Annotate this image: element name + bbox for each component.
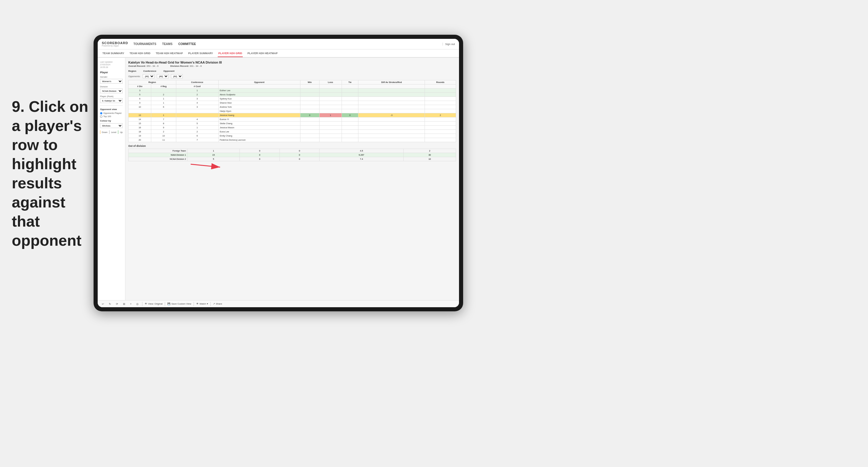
grid-area: Katelyn Vo Head-to-Head Grid for Women's… [125,58,459,300]
data-cell: 2 [176,93,218,97]
win-col-header: Win [300,80,319,85]
grid-button[interactable]: ⊞ [122,302,126,306]
view-original-button[interactable]: 👁 View: Original [145,303,162,305]
table-row[interactable]: 20117Federica Domecq Lacroze [129,138,456,142]
legend-down-label: Down [102,131,107,133]
radio-opponents-played[interactable]: Opponents Played [100,112,123,115]
toolbar-extra[interactable]: + [129,302,133,306]
legend-row: Down Level Up [100,130,123,134]
ood-row[interactable]: Foreign Team1004.52 [129,149,456,153]
save-custom-view-label: Save Custom View [171,303,191,305]
opponent-filter-select[interactable]: (All) [171,74,183,78]
save-icon: 💾 [167,303,170,305]
redo-button[interactable]: ↻ [108,302,113,306]
data-cell [176,109,218,113]
main-content: Last Updated: 27/03/2024 16:55:28 Player… [98,58,459,300]
radio-top100[interactable]: Top 100 [100,115,123,118]
ood-cell: 4.5 [319,149,404,153]
logo-bottom: Powered by clippd [102,45,128,47]
data-cell [342,93,358,97]
data-cell: 6 [129,97,151,101]
data-cell [300,105,319,109]
overall-record-label: Overall Record: [128,65,146,67]
refresh-button[interactable]: ⟳ [115,302,120,306]
clock-button[interactable]: ◎ [135,302,140,306]
opponent-cell: Haeju Hyun [218,109,300,113]
sign-out-button[interactable]: Sign out [442,43,455,45]
view-icon: 👁 [145,303,147,305]
colour-by-select[interactable]: Win/loss [100,123,123,128]
data-cell [300,93,319,97]
data-cell [359,126,425,130]
nav-tournaments[interactable]: TOURNAMENTS [133,41,157,47]
ood-cell: 10 [403,157,456,161]
data-cell [300,122,319,126]
nav-committee[interactable]: COMMITTEE [178,41,196,47]
table-row[interactable]: 613Sydney Kuo [129,97,456,101]
opponent-view-title: Opponent view [100,108,123,111]
division-record-label: Division Record: [170,65,189,67]
tab-team-h2h-grid[interactable]: TEAM H2H GRID [129,50,151,57]
division-record-value: 331 - 34 - 6 [190,65,202,67]
opponent-cell: Euna Lee [218,130,300,134]
h2h-table: Region Conference Opponent Win Loss Tie … [128,80,456,142]
player-rank-select[interactable]: 8. Katelyn Vo [100,98,123,103]
ood-cell: 0 [240,149,280,153]
div-subheader: # Div [129,85,151,89]
table-row[interactable]: 1474Eunice Yi [129,117,456,122]
data-cell [342,97,358,101]
data-cell: 20 [129,138,151,142]
table-row[interactable]: 522Alexis Sudjianto [129,93,456,97]
data-cell [425,117,456,122]
data-cell [300,138,319,142]
nav-teams[interactable]: TEAMS [161,41,173,47]
table-row[interactable]: 1585Stella Chang [129,122,456,126]
ood-cell: 0 [280,149,319,153]
data-cell [342,105,358,109]
division-select[interactable]: NCAA Division III [100,89,123,93]
overall-record-value: 353 - 34 - 6 [147,65,159,67]
share-label: Share [216,303,222,305]
conference-filter-select[interactable]: (All) [157,74,168,78]
tab-player-h2h-grid[interactable]: PLAYER H2H GRID [218,50,243,57]
table-row[interactable]: Haeju Hyun [129,109,456,113]
opponent-cell: Jessica Mason [218,126,300,130]
save-custom-view-button[interactable]: 💾 Save Custom View [167,303,191,305]
gender-label: Gender [100,75,123,78]
undo-button[interactable]: ↩ [101,302,105,306]
rounds-col-header: Rounds [425,80,456,85]
table-row[interactable]: 1691Jessica Mason [129,126,456,130]
legend-level-label: Level [111,131,116,133]
table-row[interactable]: 1063Andrea York [129,105,456,109]
table-row[interactable]: 1822Euna Lee [129,130,456,134]
gender-select[interactable]: Women's [100,79,123,84]
data-cell [319,89,342,93]
data-cell [319,134,342,138]
table-row[interactable]: 914Sharon Mun [129,101,456,105]
data-cell: 6 [176,134,218,138]
data-cell [359,130,425,134]
tab-team-h2h-heatmap[interactable]: TEAM H2H HEATMAP [155,50,183,57]
tab-player-summary[interactable]: PLAYER SUMMARY [188,50,214,57]
tab-player-h2h-heatmap[interactable]: PLAYER H2H HEATMAP [247,50,278,57]
ood-row[interactable]: NAIA Division 115009.26730 [129,153,456,157]
watch-button[interactable]: 👁 Watch ▾ [196,303,208,305]
data-cell: 2 [151,130,176,134]
data-cell: 7 [176,138,218,142]
region-filter-select[interactable]: (All) [143,74,154,78]
data-cell: 14 [129,117,151,122]
data-cell [319,93,342,97]
table-row[interactable]: 19106Emily Chang [129,134,456,138]
nav-bar: SCOREBOARD Powered by clippd TOURNAMENTS… [98,39,459,50]
data-cell [319,109,342,113]
table-row[interactable]: 131Jessica Huang010-32 [129,113,456,117]
ood-row[interactable]: NCAA Division 25007.410 [129,157,456,161]
data-cell [342,122,358,126]
table-row[interactable]: 31Esther Lee [129,89,456,93]
share-button[interactable]: ↗ Share [213,303,222,305]
view-original-label: View: Original [148,303,162,305]
data-cell [300,97,319,101]
tab-team-summary[interactable]: TEAM SUMMARY [102,50,125,57]
data-cell [300,117,319,122]
opponent-cell: Jessica Huang [218,113,300,117]
